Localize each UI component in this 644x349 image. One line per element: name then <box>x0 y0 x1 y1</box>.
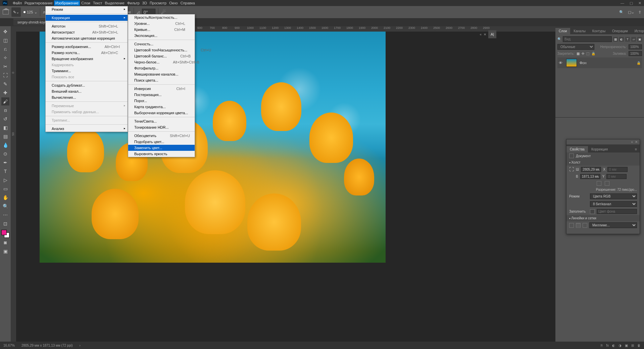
fill-input[interactable] <box>629 51 642 56</box>
lock-pixels-icon[interactable]: ▦ <box>577 52 580 55</box>
panel-tab-0[interactable]: Слои <box>555 28 570 34</box>
y-input[interactable] <box>606 174 627 179</box>
frame-tool[interactable]: ⛶ <box>1 71 9 79</box>
type-tool[interactable]: T <box>1 167 9 175</box>
menu-item[interactable]: Тени/Света... <box>128 118 195 124</box>
panel-tab-4[interactable]: История <box>631 28 644 34</box>
magic-wand-tool[interactable]: ✧ <box>1 54 9 62</box>
link-icon[interactable]: ⛶ <box>569 167 574 172</box>
pen-tool[interactable]: ✒ <box>1 159 9 167</box>
grid-icon[interactable] <box>576 223 581 228</box>
lock-position-icon[interactable]: ✢ <box>582 52 584 55</box>
screen-mode-icon[interactable]: ▣ <box>1 247 9 255</box>
menu-файл[interactable]: Файл <box>11 0 23 6</box>
menu-item[interactable]: Фотофильтр... <box>128 65 195 71</box>
menu-item[interactable]: ОбесцветитьShift+Ctrl+U <box>128 133 195 139</box>
menu-редактирование[interactable]: Редактирование <box>23 0 54 6</box>
history-brush-tool[interactable]: ↺ <box>1 115 9 123</box>
menu-item[interactable]: ИнверсияCtrl+I <box>128 86 195 92</box>
blur-tool[interactable]: 💧 <box>1 141 9 149</box>
section-rulers-grids[interactable]: Линейки и сетки <box>566 215 640 221</box>
edit-toolbar[interactable]: ⊡ <box>1 220 9 228</box>
visibility-icon[interactable]: 👁 <box>559 61 563 65</box>
menu-слои[interactable]: Слои <box>80 0 92 6</box>
lock-all-icon[interactable]: 🔒 <box>591 52 595 55</box>
filter-adjust-icon[interactable]: ◐ <box>619 37 624 42</box>
filter-smart-icon[interactable]: ▣ <box>637 37 642 42</box>
menu-выделение[interactable]: Выделение <box>104 0 126 6</box>
filter-shape-icon[interactable]: ▱ <box>631 37 636 42</box>
menu-окно[interactable]: Окно <box>168 0 179 6</box>
panel-tab-3[interactable]: Операции <box>609 28 631 34</box>
menu-item[interactable]: Карта градиента... <box>128 104 195 110</box>
brush-preview[interactable]: 125 ⌄ <box>23 10 37 14</box>
eraser-tool[interactable]: ◧ <box>1 124 9 132</box>
menu-item[interactable]: Анализ <box>46 126 128 132</box>
panel-tab-2[interactable]: Контуры <box>589 28 609 34</box>
search-icon[interactable]: 🔍 <box>619 10 624 14</box>
menu-item[interactable]: Поиск цвета... <box>128 77 195 83</box>
menu-просмотр[interactable]: Просмотр <box>148 0 168 6</box>
menu-item[interactable]: Черно-белое...Alt+Shift+Ctrl+B <box>128 59 195 65</box>
dodge-tool[interactable]: ⊙ <box>1 150 9 158</box>
fill-color-input[interactable] <box>597 209 637 214</box>
fx-icon[interactable]: fx <box>606 344 609 347</box>
eyedropper-tool[interactable]: ✎ <box>1 80 9 88</box>
lock-artboard-icon[interactable]: ⬚ <box>586 52 589 55</box>
orientation-portrait-icon[interactable] <box>597 181 601 186</box>
tool-preset[interactable]: ✎⌄ <box>11 7 21 17</box>
opacity-input[interactable] <box>629 44 642 49</box>
close-icon[interactable]: ✕ <box>638 1 641 5</box>
link-icon[interactable]: ⎘ <box>601 344 603 347</box>
menu-item[interactable]: Постеризация... <box>128 92 195 98</box>
shape-tool[interactable]: ▭ <box>1 185 9 193</box>
menu-item[interactable]: Размер изображения...Alt+Ctrl+I <box>46 44 128 50</box>
menu-item[interactable]: Кривые...Ctrl+M <box>128 27 195 33</box>
panel-menu-icon[interactable]: ≡ <box>632 146 640 152</box>
marquee-tool[interactable]: ◫ <box>1 36 9 44</box>
guides-icon[interactable] <box>583 223 587 228</box>
workspace-icon[interactable]: ▢⌄ <box>628 10 634 14</box>
bit-depth-select[interactable]: 8 бит/канал <box>590 201 637 207</box>
orientation-landscape-icon[interactable] <box>605 181 609 186</box>
tab-close-icon[interactable]: ✕ <box>484 33 486 36</box>
section-canvas[interactable]: Холст <box>566 159 640 166</box>
zoom-level[interactable]: 16,67% <box>3 344 15 347</box>
minimize-icon[interactable]: — <box>621 1 624 5</box>
menu-изображение[interactable]: Изображение <box>54 0 80 6</box>
menu-item[interactable]: Коррекция <box>46 15 128 21</box>
units-select[interactable]: Миллиме... <box>589 222 637 228</box>
height-input[interactable] <box>580 174 600 179</box>
foreground-color[interactable] <box>1 230 7 235</box>
floating-tab[interactable]: A| <box>488 30 496 38</box>
hand-tool[interactable]: ✋ <box>1 193 9 202</box>
menu-item[interactable]: Порог... <box>128 98 195 104</box>
menu-item[interactable]: Выровнять яркость <box>128 151 195 157</box>
menu-справка[interactable]: Справка <box>179 0 196 6</box>
maximize-icon[interactable]: ▢ <box>630 1 633 5</box>
menu-item[interactable]: Режим <box>46 6 128 12</box>
menu-item[interactable]: АвтотонShift+Ctrl+L <box>46 23 128 29</box>
fill-swatch[interactable] <box>590 209 595 214</box>
status-arrow-icon[interactable]: › <box>80 344 81 347</box>
collapse-icon[interactable]: « <box>631 140 633 144</box>
group-icon[interactable]: ▣ <box>625 344 628 347</box>
close-icon[interactable]: ✕ <box>635 140 638 144</box>
menu-item[interactable]: Тонирование HDR... <box>128 124 195 130</box>
adjustment-icon[interactable]: ◑ <box>618 344 622 347</box>
menu-item[interactable]: Уровни...Ctrl+L <box>128 20 195 27</box>
more-tools[interactable]: ⋯ <box>1 211 9 219</box>
menu-item[interactable]: Цветовой тон/Насыщенность...Ctrl+U <box>128 47 195 53</box>
menu-item[interactable]: Яркость/Контрастность... <box>128 14 195 20</box>
mask-icon[interactable]: ◐ <box>612 344 615 347</box>
healing-tool[interactable]: ✚ <box>1 89 9 97</box>
menu-item[interactable]: Создать дубликат... <box>46 82 128 88</box>
crop-tool[interactable]: ✂ <box>1 62 9 71</box>
menu-item[interactable]: Заменить цвет... <box>128 145 195 151</box>
lasso-tool[interactable]: ⎌ <box>1 45 9 53</box>
gradient-tool[interactable]: ▤ <box>1 132 9 140</box>
new-layer-icon[interactable]: ⊞ <box>631 344 634 347</box>
menu-item[interactable]: Подобрать цвет... <box>128 139 195 145</box>
ruler-icon[interactable] <box>569 223 574 228</box>
tab-properties[interactable]: Свойства <box>566 146 588 152</box>
